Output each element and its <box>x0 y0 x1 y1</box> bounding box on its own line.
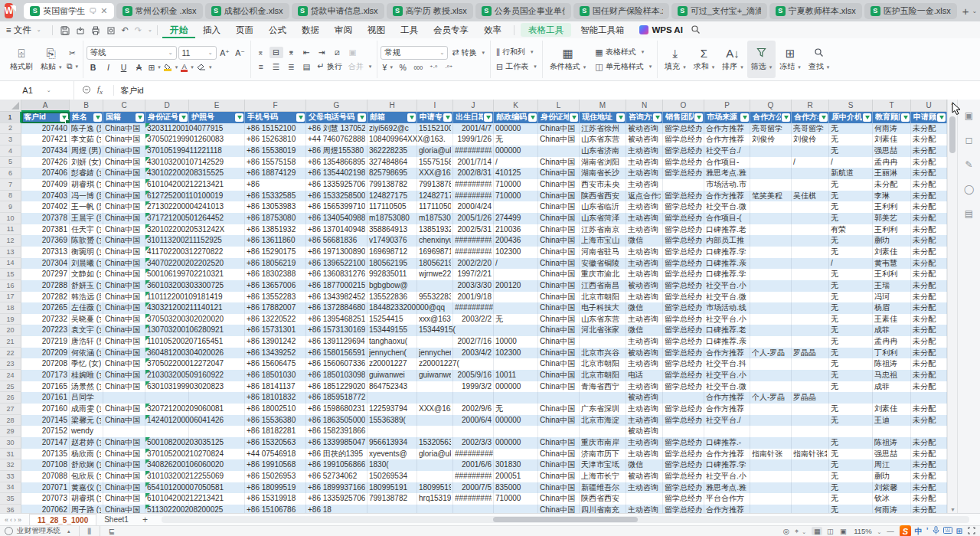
cell[interactable]: 西安市未央 <box>580 179 626 191</box>
cell[interactable] <box>750 258 792 270</box>
cell[interactable]: 主动咨询 <box>626 404 663 415</box>
cell[interactable]: 2001/4/7 <box>453 123 494 135</box>
cell[interactable]: 无 <box>829 134 873 145</box>
cell[interactable]: +86 1971300890 <box>306 247 368 258</box>
cell[interactable] <box>417 505 453 513</box>
cell[interactable]: 韩浩远 (男 <box>70 292 103 303</box>
cell[interactable]: m1875308 <box>417 213 453 224</box>
search-icon[interactable] <box>691 25 701 36</box>
cell[interactable]: +86 1582391866 <box>306 426 368 437</box>
cell[interactable]: 王迪 <box>873 415 911 427</box>
cell[interactable]: 207378 <box>21 213 70 224</box>
cell[interactable]: 李琳 <box>873 191 911 202</box>
cell[interactable]: / <box>494 258 538 270</box>
close-tab-icon[interactable]: ✕ <box>100 6 107 16</box>
cell[interactable]: 市场活动.线 <box>704 302 750 314</box>
column-header-Q[interactable]: Q <box>750 100 792 112</box>
cell[interactable] <box>873 392 911 404</box>
cell[interactable]: ######### <box>453 191 494 202</box>
cell[interactable]: 左佳薇 (女 <box>70 302 103 314</box>
header-cell[interactable]: 手机号码 <box>245 112 306 123</box>
cell[interactable]: 207152 <box>21 426 70 437</box>
cell[interactable] <box>368 505 417 513</box>
cell[interactable]: 刘素佳 <box>873 247 911 258</box>
cell[interactable] <box>494 392 538 404</box>
cell[interactable]: 主动咨询 <box>626 314 663 325</box>
expand-statusbar-icon[interactable] <box>968 527 975 536</box>
cell[interactable]: +86 15026953 <box>245 471 306 482</box>
row-header-30[interactable]: 30 <box>0 437 21 449</box>
column-header-A[interactable]: A <box>21 100 70 112</box>
cell[interactable]: 陕西省西安 <box>580 493 626 505</box>
cell[interactable]: +86 1335925706 <box>306 493 368 505</box>
cell[interactable]: 358864913 <box>368 224 417 236</box>
cell[interactable] <box>873 426 911 437</box>
cell[interactable]: China中国 <box>103 269 145 280</box>
cell[interactable]: +86 15319918 <box>245 493 306 505</box>
file-tab[interactable]: S国任财产保险样本.x <box>573 3 669 19</box>
header-cell[interactable]: 咨询方式 <box>626 112 663 123</box>
file-tab[interactable]: S宁夏教师样本.xlsx <box>769 3 862 19</box>
filter-dropdown-button[interactable] <box>484 113 492 122</box>
cell[interactable]: 207426 <box>21 157 70 168</box>
cell[interactable]: 207313 <box>21 247 70 258</box>
cell[interactable]: 主动咨询 <box>626 381 663 393</box>
column-header-J[interactable]: J <box>453 100 494 112</box>
cell[interactable]: China中国 <box>538 134 580 145</box>
cell[interactable]: 未分配 <box>911 269 947 280</box>
cell[interactable]: chenxinyur <box>417 235 453 247</box>
cell[interactable]: 被动咨询 <box>626 426 663 437</box>
cell[interactable]: 留学总经办 <box>663 370 704 381</box>
cell[interactable]: 207071 <box>21 482 70 494</box>
cell[interactable]: 何雨涛 <box>873 505 911 513</box>
cell[interactable] <box>792 179 829 191</box>
cell[interactable]: China中国 <box>103 201 145 213</box>
percent-icon[interactable]: % <box>396 62 410 74</box>
cell[interactable]: 207304 <box>21 258 70 270</box>
horizontal-scrollbar[interactable] <box>162 516 969 523</box>
increase-indent-icon[interactable]: ⇥ <box>315 47 329 58</box>
cell[interactable]: 被动咨询 <box>626 123 663 135</box>
column-header-O[interactable]: O <box>663 100 704 112</box>
cell[interactable]: China中国 <box>538 459 580 471</box>
cell[interactable]: 无 <box>829 471 873 482</box>
cell[interactable]: 留学总经办 <box>663 404 704 415</box>
ime-toolbox-icon[interactable]: ⊞ <box>956 527 962 535</box>
cell[interactable]: 310113200211152925 <box>145 235 189 247</box>
cell[interactable] <box>792 280 829 292</box>
cell[interactable]: 周江 <box>873 459 911 471</box>
cell[interactable]: 108409964XXX@163. <box>368 134 417 145</box>
cell[interactable]: 蒯玏 <box>873 471 911 482</box>
cell[interactable]: 山东省东营 <box>580 314 626 325</box>
cell[interactable]: 无 <box>829 482 873 494</box>
cell[interactable]: 207219 <box>21 336 70 348</box>
print-preview-icon[interactable] <box>106 25 116 34</box>
cell[interactable]: +86 田茯的1395 <box>306 449 368 460</box>
cell[interactable]: 江苏省徐州 <box>580 123 626 135</box>
cell[interactable]: China中国 <box>538 325 580 336</box>
cell[interactable] <box>792 505 829 513</box>
cell[interactable]: China中国 <box>538 336 580 348</box>
cell[interactable]: China中国 <box>103 404 145 415</box>
cell[interactable]: +86 1565399710 <box>306 201 368 213</box>
cell[interactable]: 未分配 <box>911 191 947 202</box>
cell[interactable]: 207434 <box>21 145 70 157</box>
cell[interactable]: China中国 <box>103 134 145 145</box>
cell[interactable]: 钦冰 <box>873 493 911 505</box>
cell[interactable]: +86 15106786 <box>245 505 306 513</box>
cell[interactable]: 未分配 <box>911 168 947 179</box>
cell[interactable] <box>103 426 145 437</box>
cell[interactable]: +86 15536380 <box>245 415 306 427</box>
column-header-E[interactable]: E <box>189 100 245 112</box>
cell[interactable]: 无 <box>829 292 873 303</box>
cell[interactable] <box>792 336 829 348</box>
rail-tool-icon-1[interactable]: ▣ <box>965 110 973 121</box>
cell[interactable]: 北京市海淀 <box>580 415 626 427</box>
file-tab[interactable]: S医护五险一金.xlsx <box>864 3 957 19</box>
cell[interactable]: China中国 <box>538 302 580 314</box>
number-format-select[interactable]: 常规⌄ <box>381 46 448 60</box>
cell[interactable]: 主动咨询 <box>626 505 663 513</box>
cell[interactable]: 180562195 <box>417 258 453 270</box>
cell[interactable]: 济南市历下 <box>580 449 626 460</box>
cell[interactable]: tanghaoxu( <box>368 336 417 348</box>
